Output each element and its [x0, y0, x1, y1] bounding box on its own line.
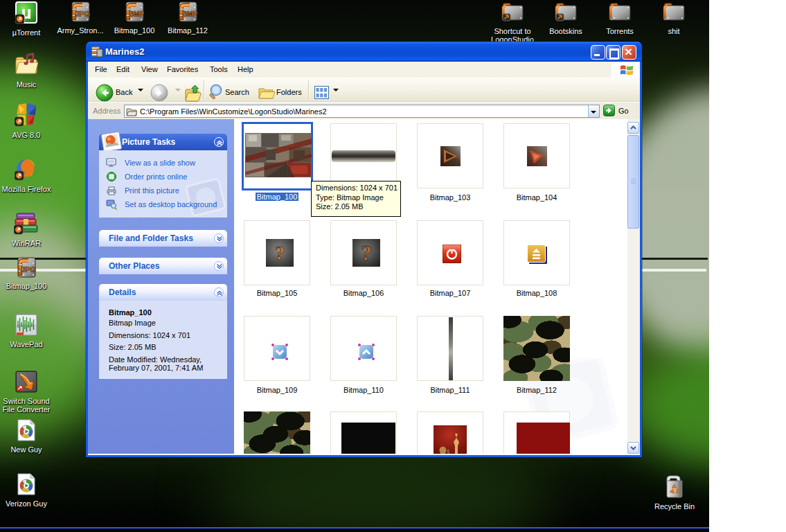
svg-text:JPG: JPG [21, 265, 36, 274]
svg-text:?: ? [361, 240, 372, 265]
svg-text:JPG: JPG [75, 10, 90, 18]
svg-text:?: ? [275, 241, 285, 264]
svg-text:BMP: BMP [129, 10, 144, 18]
svg-text:BMP: BMP [182, 10, 197, 18]
